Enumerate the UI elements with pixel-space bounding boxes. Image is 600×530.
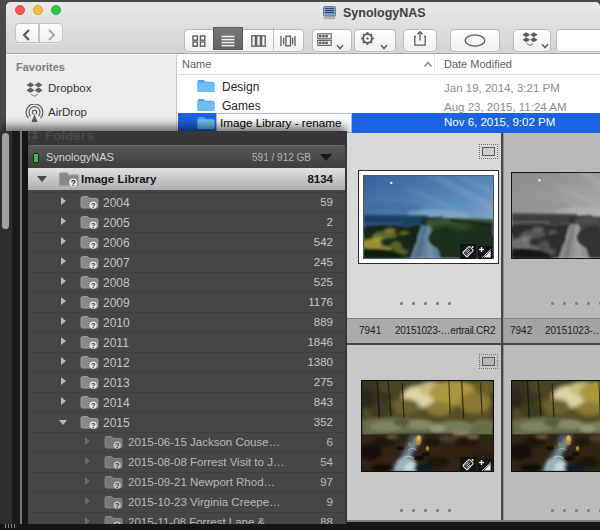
svg-text:?: ?	[115, 501, 120, 509]
svg-text:?: ?	[91, 241, 96, 249]
svg-text:?: ?	[91, 421, 96, 429]
svg-text:?: ?	[91, 301, 96, 309]
svg-text:?: ?	[115, 441, 120, 449]
svg-text:?: ?	[91, 361, 96, 369]
svg-text:?: ?	[91, 341, 96, 349]
svg-text:?: ?	[115, 461, 120, 469]
svg-text:?: ?	[91, 401, 96, 409]
svg-text:?: ?	[91, 201, 96, 209]
svg-text:?: ?	[91, 221, 96, 229]
svg-text:?: ?	[71, 178, 76, 187]
svg-text:?: ?	[91, 261, 96, 269]
svg-text:?: ?	[115, 481, 120, 489]
svg-text:?: ?	[91, 281, 96, 289]
svg-text:?: ?	[91, 321, 96, 329]
svg-text:?: ?	[91, 381, 96, 389]
